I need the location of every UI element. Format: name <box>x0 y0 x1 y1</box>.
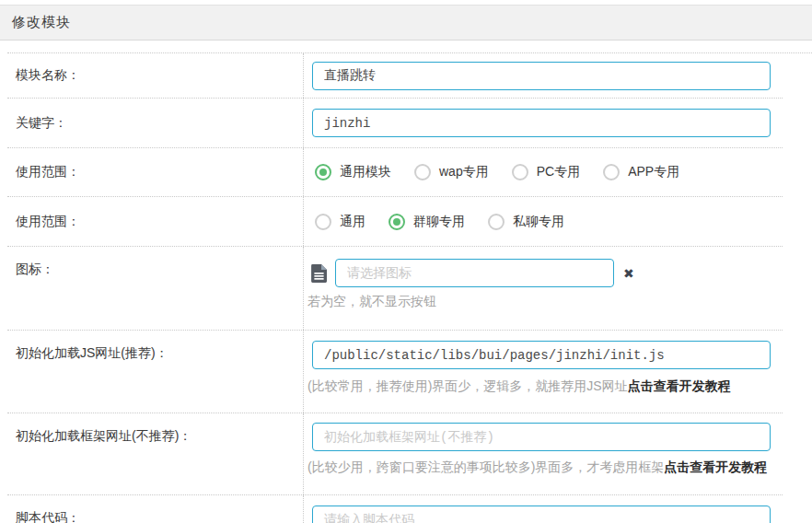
radio-option-app-only[interactable]: APP专用 <box>603 164 679 180</box>
frame-url-note-text: (比较少用，跨窗口要注意的事项比较多)界面多，才考虑用框架 <box>307 459 664 474</box>
radio-circle-icon <box>488 214 505 230</box>
js-url-note: (比较常用，推荐使用)界面少，逻辑多，就推荐用JS网址点击查看开发教程 <box>307 378 783 395</box>
radio-option-universal-module[interactable]: 通用模块 <box>315 164 391 180</box>
form-row-frame-url: 初始化加载框架网址(不推荐)： (比较少用，跨窗口要注意的事项比较多)界面多，才… <box>7 413 783 495</box>
panel-header: 修改模块 <box>0 5 812 41</box>
radio-option-group-chat-only[interactable]: 群聊专用 <box>389 214 465 230</box>
radio-option-label: 通用模块 <box>340 164 391 180</box>
icon-picker-input[interactable] <box>335 259 614 287</box>
keyword-input[interactable] <box>312 109 771 137</box>
frame-url-note: (比较少用，跨窗口要注意的事项比较多)界面多，才考虑用框架点击查看开发教程 <box>307 459 783 476</box>
file-icon[interactable] <box>311 264 328 283</box>
radio-option-label: 群聊专用 <box>413 214 465 230</box>
script-code-textarea[interactable] <box>312 506 771 523</box>
scope-chat-radio-group: 通用 群聊专用 私聊专用 <box>315 214 587 230</box>
module-edit-form: 模块名称： 关键字： 使用范围： 通用模块 wap专用 <box>7 52 812 523</box>
page-title: 修改模块 <box>12 14 71 31</box>
scope-chat-label: 使用范围： <box>7 197 304 246</box>
radio-circle-icon <box>315 164 331 180</box>
radio-option-label: 私聊专用 <box>513 214 564 230</box>
scope-platform-label: 使用范围： <box>7 148 304 196</box>
form-row-scope-chat: 使用范围： 通用 群聊专用 私聊专用 <box>7 197 783 247</box>
module-name-input[interactable] <box>312 62 771 90</box>
radio-option-general[interactable]: 通用 <box>315 214 365 230</box>
radio-circle-icon <box>512 164 528 180</box>
icon-label: 图标： <box>7 247 304 330</box>
form-row-module-name: 模块名称： <box>7 53 783 99</box>
radio-option-wap-only[interactable]: wap专用 <box>414 164 489 180</box>
module-name-label: 模块名称： <box>7 53 304 98</box>
js-url-input[interactable] <box>312 341 771 369</box>
radio-option-private-chat-only[interactable]: 私聊专用 <box>488 214 564 230</box>
script-code-label: 脚本代码： <box>7 495 304 523</box>
js-url-note-text: (比较常用，推荐使用)界面少，逻辑多，就推荐用JS网址 <box>307 378 628 393</box>
radio-circle-icon <box>315 214 331 230</box>
radio-option-label: wap专用 <box>439 164 489 180</box>
form-row-scope-platform: 使用范围： 通用模块 wap专用 PC专用 APP专用 <box>7 148 783 197</box>
frame-url-label: 初始化加载框架网址(不推荐)： <box>7 413 304 494</box>
keyword-label: 关键字： <box>7 99 304 147</box>
radio-circle-icon <box>389 214 405 230</box>
scope-platform-radio-group: 通用模块 wap专用 PC专用 APP专用 <box>315 164 702 180</box>
js-url-label: 初始化加载JS网址(推荐)： <box>7 331 304 413</box>
icon-note: 若为空，就不显示按钮 <box>307 294 783 310</box>
form-row-keyword: 关键字： <box>7 99 783 148</box>
dev-tutorial-link[interactable]: 点击查看开发教程 <box>628 378 731 393</box>
radio-circle-icon <box>414 164 431 180</box>
radio-option-pc-only[interactable]: PC专用 <box>512 164 580 180</box>
clear-icon[interactable]: ✖ <box>623 266 634 281</box>
frame-url-input[interactable] <box>312 423 771 451</box>
form-row-icon: 图标： ✖ 若为空，就不显示按钮 <box>7 247 783 331</box>
form-row-script-code: 脚本代码： <box>7 495 783 523</box>
radio-circle-icon <box>603 164 620 180</box>
radio-option-label: APP专用 <box>628 164 679 180</box>
dev-tutorial-link[interactable]: 点击查看开发教程 <box>664 459 767 474</box>
radio-option-label: PC专用 <box>537 164 580 180</box>
radio-option-label: 通用 <box>340 214 365 230</box>
form-row-js-url: 初始化加载JS网址(推荐)： (比较常用，推荐使用)界面少，逻辑多，就推荐用JS… <box>7 331 783 413</box>
